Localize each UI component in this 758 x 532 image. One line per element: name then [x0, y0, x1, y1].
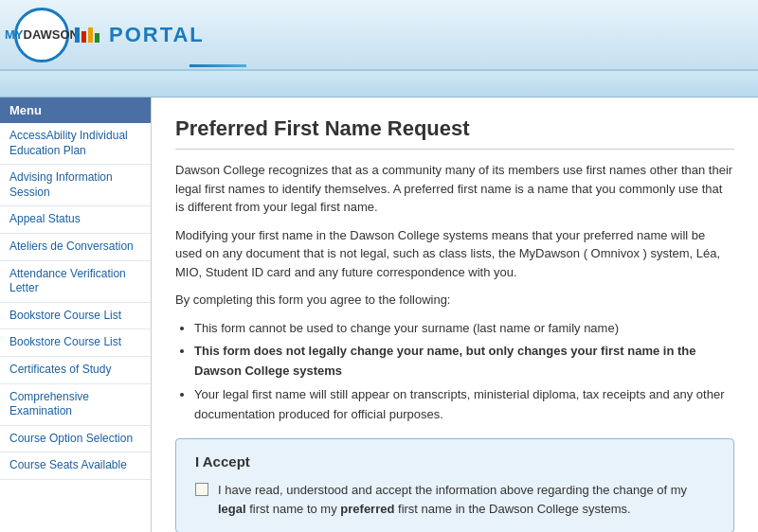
logo-my: MY: [5, 27, 24, 42]
header-underline: [190, 64, 246, 67]
logo-circle: MYDAWSON: [14, 8, 69, 62]
sidebar-item-course-option[interactable]: Course Option Selection: [0, 426, 151, 453]
sidebar-item-appeal[interactable]: Appeal Status: [0, 206, 151, 234]
bullet-item-3: Your legal first name will still appear …: [194, 385, 734, 425]
accept-row: I have read, understood and accept the i…: [195, 481, 714, 518]
accept-text-part3: first name in the Dawson College systems…: [394, 502, 630, 516]
bullet-list: This form cannot be used to change your …: [194, 319, 734, 425]
accept-text-part2: first name to my: [246, 502, 341, 516]
bullet-item-2: This form does not legally change your n…: [194, 342, 734, 381]
accept-text-bold1: legal: [218, 502, 246, 516]
nav-bar: [0, 71, 758, 98]
main-layout: Menu AccessAbility Individual Education …: [0, 98, 758, 532]
bullet-2-bold: This form does not legally change your n…: [194, 344, 695, 378]
header: MYDAWSON PORTAL: [0, 0, 758, 71]
sidebar-item-advising[interactable]: Advising Information Session: [0, 165, 151, 206]
sidebar: Menu AccessAbility Individual Education …: [0, 98, 152, 532]
bullet-item-1: This form cannot be used to change your …: [194, 319, 734, 339]
accept-text-part1: I have read, understood and accept the i…: [218, 483, 687, 497]
logo-bars: [75, 27, 99, 43]
page-title: Preferred First Name Request: [175, 116, 734, 150]
bar-yellow: [88, 27, 93, 43]
accept-box-title: I Accept: [195, 453, 714, 470]
completing-text: By completing this form you agree to the…: [175, 291, 734, 310]
accept-box: I Accept I have read, understood and acc…: [175, 438, 734, 532]
sidebar-item-accessability[interactable]: AccessAbility Individual Education Plan: [0, 123, 151, 165]
sidebar-item-bookstore2[interactable]: Bookstore Course List: [0, 329, 151, 357]
sidebar-item-attendance[interactable]: Attendance Verification Letter: [0, 261, 151, 303]
sidebar-item-ateliers[interactable]: Ateliers de Conversation: [0, 234, 151, 261]
accept-label: I have read, understood and accept the i…: [218, 481, 714, 518]
sidebar-item-certificates[interactable]: Certificates of Study: [0, 357, 151, 384]
content-area: Preferred First Name Request Dawson Coll…: [152, 98, 758, 532]
intro-paragraph-2: Modifying your first name in the Dawson …: [175, 226, 734, 282]
bar-blue: [75, 27, 80, 43]
sidebar-item-comprehensive[interactable]: Comprehensive Examination: [0, 384, 151, 426]
bar-green: [95, 33, 99, 43]
sidebar-header: Menu: [0, 98, 151, 123]
accept-checkbox[interactable]: [195, 483, 208, 496]
sidebar-item-bookstore1[interactable]: Bookstore Course List: [0, 303, 151, 330]
logo-dawson: DAWSON: [24, 27, 80, 42]
bar-red: [81, 31, 86, 43]
portal-text: PORTAL: [109, 23, 205, 47]
sidebar-item-course-seats[interactable]: Course Seats Available: [0, 452, 151, 480]
intro-paragraph-1: Dawson College recognizes that as a comm…: [175, 161, 734, 217]
accept-text-bold2: preferred: [340, 502, 394, 516]
